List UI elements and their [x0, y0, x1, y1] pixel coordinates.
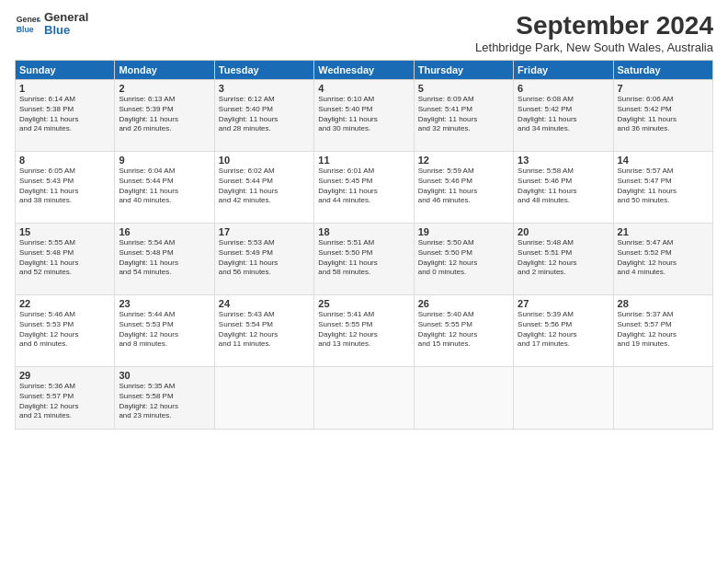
cell-daylight-info: Sunrise: 5:41 AMSunset: 5:55 PMDaylight:…	[318, 310, 409, 350]
calendar-cell: 12Sunrise: 5:59 AMSunset: 5:46 PMDayligh…	[414, 152, 513, 224]
day-number: 12	[418, 155, 509, 166]
calendar-cell: 11Sunrise: 6:01 AMSunset: 5:45 PMDayligh…	[314, 152, 414, 224]
logo-blue-text: Blue	[44, 24, 88, 37]
day-number: 7	[618, 83, 709, 94]
calendar-cell: 5Sunrise: 6:09 AMSunset: 5:41 PMDaylight…	[414, 80, 513, 152]
calendar-cell: 2Sunrise: 6:13 AMSunset: 5:39 PMDaylight…	[115, 80, 214, 152]
day-number: 9	[119, 155, 210, 166]
cell-daylight-info: Sunrise: 5:36 AMSunset: 5:57 PMDaylight:…	[19, 382, 110, 421]
cell-daylight-info: Sunrise: 5:35 AMSunset: 5:58 PMDaylight:…	[119, 382, 210, 421]
logo-general-text: General	[44, 11, 88, 24]
calendar-cell	[314, 367, 414, 430]
svg-text:General: General	[17, 16, 40, 25]
calendar-week-row: 1Sunrise: 6:14 AMSunset: 5:38 PMDaylight…	[16, 80, 713, 152]
calendar-cell: 13Sunrise: 5:58 AMSunset: 5:46 PMDayligh…	[514, 152, 613, 224]
calendar-cell: 19Sunrise: 5:50 AMSunset: 5:50 PMDayligh…	[414, 224, 513, 295]
svg-text:Blue: Blue	[17, 25, 34, 34]
day-number: 4	[318, 83, 409, 94]
calendar-cell: 15Sunrise: 5:55 AMSunset: 5:48 PMDayligh…	[16, 224, 115, 295]
cell-daylight-info: Sunrise: 6:14 AMSunset: 5:38 PMDaylight:…	[19, 95, 110, 134]
location-title: Lethbridge Park, New South Wales, Austra…	[475, 40, 713, 54]
day-number: 2	[119, 83, 210, 94]
calendar-cell: 24Sunrise: 5:43 AMSunset: 5:54 PMDayligh…	[214, 295, 313, 367]
day-number: 3	[219, 83, 310, 94]
day-number: 6	[518, 83, 609, 94]
day-number: 25	[318, 298, 409, 309]
weekday-header: Monday	[115, 61, 214, 80]
cell-daylight-info: Sunrise: 5:59 AMSunset: 5:46 PMDaylight:…	[418, 167, 509, 206]
calendar-cell: 14Sunrise: 5:57 AMSunset: 5:47 PMDayligh…	[613, 152, 712, 224]
page: General Blue General Blue September 2024…	[0, 0, 728, 563]
cell-daylight-info: Sunrise: 5:47 AMSunset: 5:52 PMDaylight:…	[618, 238, 709, 278]
calendar-cell: 9Sunrise: 6:04 AMSunset: 5:44 PMDaylight…	[115, 152, 214, 224]
calendar-cell: 23Sunrise: 5:44 AMSunset: 5:53 PMDayligh…	[115, 295, 214, 367]
calendar-cell: 26Sunrise: 5:40 AMSunset: 5:55 PMDayligh…	[414, 295, 513, 367]
cell-daylight-info: Sunrise: 5:53 AMSunset: 5:49 PMDaylight:…	[219, 238, 310, 278]
calendar-cell	[613, 367, 712, 430]
weekday-header: Tuesday	[214, 61, 313, 80]
calendar-cell: 7Sunrise: 6:06 AMSunset: 5:42 PMDaylight…	[613, 80, 712, 152]
calendar-cell: 3Sunrise: 6:12 AMSunset: 5:40 PMDaylight…	[214, 80, 313, 152]
day-number: 28	[618, 298, 709, 309]
calendar-cell	[414, 367, 513, 430]
day-number: 14	[618, 155, 709, 166]
cell-daylight-info: Sunrise: 5:54 AMSunset: 5:48 PMDaylight:…	[119, 238, 210, 278]
cell-daylight-info: Sunrise: 5:43 AMSunset: 5:54 PMDaylight:…	[219, 310, 310, 350]
day-number: 15	[19, 226, 110, 237]
calendar-cell: 16Sunrise: 5:54 AMSunset: 5:48 PMDayligh…	[115, 224, 214, 295]
calendar-table: SundayMondayTuesdayWednesdayThursdayFrid…	[15, 60, 713, 430]
calendar-cell: 8Sunrise: 6:05 AMSunset: 5:43 PMDaylight…	[16, 152, 115, 224]
calendar-week-row: 29Sunrise: 5:36 AMSunset: 5:57 PMDayligh…	[16, 367, 713, 430]
cell-daylight-info: Sunrise: 5:57 AMSunset: 5:47 PMDaylight:…	[618, 167, 709, 206]
cell-daylight-info: Sunrise: 5:48 AMSunset: 5:51 PMDaylight:…	[518, 238, 609, 278]
calendar-cell: 20Sunrise: 5:48 AMSunset: 5:51 PMDayligh…	[514, 224, 613, 295]
calendar-cell: 25Sunrise: 5:41 AMSunset: 5:55 PMDayligh…	[314, 295, 414, 367]
day-number: 13	[518, 155, 609, 166]
day-number: 21	[618, 226, 709, 237]
month-title: September 2024	[475, 11, 713, 40]
calendar-header-row: SundayMondayTuesdayWednesdayThursdayFrid…	[16, 61, 713, 80]
title-block: September 2024 Lethbridge Park, New Sout…	[475, 11, 713, 54]
day-number: 20	[518, 226, 609, 237]
calendar-cell	[514, 367, 613, 430]
calendar-cell: 22Sunrise: 5:46 AMSunset: 5:53 PMDayligh…	[16, 295, 115, 367]
calendar-cell: 17Sunrise: 5:53 AMSunset: 5:49 PMDayligh…	[214, 224, 313, 295]
calendar-cell: 1Sunrise: 6:14 AMSunset: 5:38 PMDaylight…	[16, 80, 115, 152]
day-number: 27	[518, 298, 609, 309]
cell-daylight-info: Sunrise: 6:05 AMSunset: 5:43 PMDaylight:…	[19, 167, 110, 206]
cell-daylight-info: Sunrise: 6:01 AMSunset: 5:45 PMDaylight:…	[318, 167, 409, 206]
weekday-header: Saturday	[613, 61, 712, 80]
cell-daylight-info: Sunrise: 5:51 AMSunset: 5:50 PMDaylight:…	[318, 238, 409, 278]
cell-daylight-info: Sunrise: 5:46 AMSunset: 5:53 PMDaylight:…	[19, 310, 110, 350]
logo: General Blue General Blue	[15, 11, 88, 38]
day-number: 5	[418, 83, 509, 94]
day-number: 19	[418, 226, 509, 237]
cell-daylight-info: Sunrise: 5:39 AMSunset: 5:56 PMDaylight:…	[518, 310, 609, 350]
calendar-cell: 6Sunrise: 6:08 AMSunset: 5:42 PMDaylight…	[514, 80, 613, 152]
day-number: 17	[219, 226, 310, 237]
weekday-header: Thursday	[414, 61, 513, 80]
calendar-cell: 21Sunrise: 5:47 AMSunset: 5:52 PMDayligh…	[613, 224, 712, 295]
weekday-header: Sunday	[16, 61, 115, 80]
cell-daylight-info: Sunrise: 6:02 AMSunset: 5:44 PMDaylight:…	[219, 167, 310, 206]
day-number: 22	[19, 298, 110, 309]
day-number: 24	[219, 298, 310, 309]
calendar-week-row: 8Sunrise: 6:05 AMSunset: 5:43 PMDaylight…	[16, 152, 713, 224]
day-number: 11	[318, 155, 409, 166]
day-number: 29	[19, 370, 110, 381]
cell-daylight-info: Sunrise: 5:44 AMSunset: 5:53 PMDaylight:…	[119, 310, 210, 350]
cell-daylight-info: Sunrise: 6:06 AMSunset: 5:42 PMDaylight:…	[618, 95, 709, 134]
calendar-week-row: 15Sunrise: 5:55 AMSunset: 5:48 PMDayligh…	[16, 224, 713, 295]
day-number: 23	[119, 298, 210, 309]
cell-daylight-info: Sunrise: 6:10 AMSunset: 5:40 PMDaylight:…	[318, 95, 409, 134]
header: General Blue General Blue September 2024…	[15, 11, 713, 54]
cell-daylight-info: Sunrise: 6:04 AMSunset: 5:44 PMDaylight:…	[119, 167, 210, 206]
day-number: 10	[219, 155, 310, 166]
cell-daylight-info: Sunrise: 5:37 AMSunset: 5:57 PMDaylight:…	[618, 310, 709, 350]
calendar-cell: 29Sunrise: 5:36 AMSunset: 5:57 PMDayligh…	[16, 367, 115, 430]
calendar-cell: 30Sunrise: 5:35 AMSunset: 5:58 PMDayligh…	[115, 367, 214, 430]
calendar-cell: 27Sunrise: 5:39 AMSunset: 5:56 PMDayligh…	[514, 295, 613, 367]
cell-daylight-info: Sunrise: 5:40 AMSunset: 5:55 PMDaylight:…	[418, 310, 509, 350]
cell-daylight-info: Sunrise: 5:50 AMSunset: 5:50 PMDaylight:…	[418, 238, 509, 278]
weekday-header: Wednesday	[314, 61, 414, 80]
